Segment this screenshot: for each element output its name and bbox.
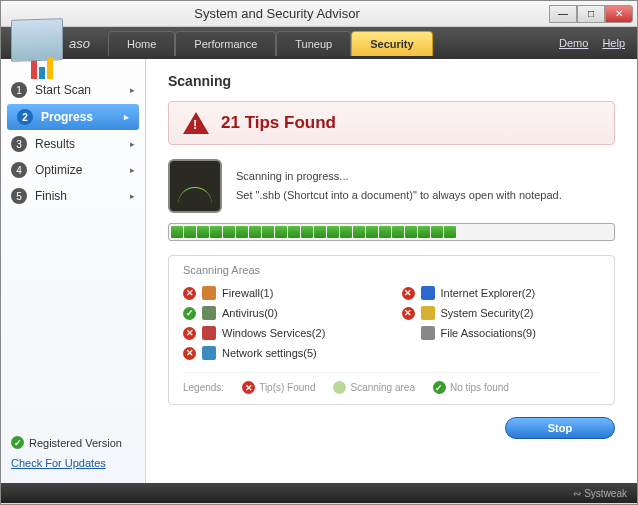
step-label: Start Scan	[35, 83, 91, 97]
step-results[interactable]: 3Results▸	[1, 131, 145, 157]
app-icon	[202, 326, 216, 340]
oscilloscope-icon	[168, 159, 222, 213]
chevron-right-icon: ▸	[124, 112, 129, 122]
scan-status: Scanning in progress...	[236, 167, 562, 186]
app-icon	[202, 346, 216, 360]
legends-row: Legends: ✕Tip(s) Found Scanning area ✓No…	[183, 372, 600, 394]
chevron-right-icon: ▸	[130, 165, 135, 175]
step-number-icon: 5	[11, 188, 27, 204]
tab-home[interactable]: Home	[108, 31, 175, 56]
area-label: Windows Services(2)	[222, 327, 325, 339]
window-title: System and Security Advisor	[5, 6, 549, 21]
tips-count: 21 Tips Found	[221, 113, 336, 133]
bad-icon: ✕	[183, 287, 196, 300]
sidebar: 1Start Scan▸2Progress▸3Results▸4Optimize…	[1, 59, 146, 483]
step-number-icon: 1	[11, 82, 27, 98]
bad-icon: ✕	[402, 307, 415, 320]
warning-icon	[183, 112, 209, 134]
legend-tips: ✕Tip(s) Found	[242, 381, 315, 394]
legend-scanning: Scanning area	[333, 381, 415, 394]
main-panel: Scanning 21 Tips Found Scanning in progr…	[146, 59, 637, 483]
step-label: Finish	[35, 189, 67, 203]
app-icon	[421, 326, 435, 340]
area-label: File Associations(9)	[441, 327, 536, 339]
header-bar: aso HomePerformanceTuneupSecurity Demo H…	[1, 27, 637, 59]
window-controls: — □ ✕	[549, 5, 633, 23]
app-icon	[421, 286, 435, 300]
step-label: Optimize	[35, 163, 82, 177]
app-window: System and Security Advisor — □ ✕ aso Ho…	[0, 0, 638, 505]
app-icon	[202, 306, 216, 320]
area-label: System Security(2)	[441, 307, 534, 319]
areas-grid: ✕Firewall(1)✕Internet Explorer(2)✓Antivi…	[183, 286, 600, 360]
check-icon: ✓	[11, 436, 24, 449]
tab-tuneup[interactable]: Tuneup	[276, 31, 351, 56]
area-item: ✕Firewall(1)	[183, 286, 382, 300]
vendor-label: ∾ Systweak	[573, 488, 627, 499]
sidebar-bottom: ✓ Registered Version Check For Updates	[11, 436, 122, 469]
tab-security[interactable]: Security	[351, 31, 432, 56]
good-icon: ✓	[183, 307, 196, 320]
titlebar: System and Security Advisor — □ ✕	[1, 1, 637, 27]
tab-performance[interactable]: Performance	[175, 31, 276, 56]
step-number-icon: 2	[17, 109, 33, 125]
maximize-button[interactable]: □	[577, 5, 605, 23]
scan-row: Scanning in progress... Set ".shb (Short…	[168, 159, 615, 213]
app-icon	[421, 306, 435, 320]
bad-icon: ✕	[402, 287, 415, 300]
scan-text: Scanning in progress... Set ".shb (Short…	[236, 167, 562, 204]
step-start-scan[interactable]: 1Start Scan▸	[1, 77, 145, 103]
legends-label: Legends:	[183, 382, 224, 393]
chevron-right-icon: ▸	[130, 139, 135, 149]
stop-button[interactable]: Stop	[505, 417, 615, 439]
step-progress[interactable]: 2Progress▸	[7, 104, 139, 130]
app-icon	[202, 286, 216, 300]
legend-none: ✓No tips found	[433, 381, 509, 394]
area-label: Firewall(1)	[222, 287, 273, 299]
page-heading: Scanning	[168, 73, 615, 89]
area-item: ✕Network settings(5)	[183, 346, 382, 360]
area-item: ✓Antivirus(0)	[183, 306, 382, 320]
close-button[interactable]: ✕	[605, 5, 633, 23]
minimize-button[interactable]: —	[549, 5, 577, 23]
area-item: File Associations(9)	[402, 326, 601, 340]
area-label: Antivirus(0)	[222, 307, 278, 319]
app-logo-icon	[11, 19, 73, 71]
registered-status: ✓ Registered Version	[11, 436, 122, 449]
header-links: Demo Help	[559, 37, 625, 49]
chevron-right-icon: ▸	[130, 191, 135, 201]
area-item: ✕Internet Explorer(2)	[402, 286, 601, 300]
step-optimize[interactable]: 4Optimize▸	[1, 157, 145, 183]
tips-found-banner: 21 Tips Found	[168, 101, 615, 145]
bad-icon: ✕	[242, 381, 255, 394]
step-number-icon: 4	[11, 162, 27, 178]
good-icon: ✓	[433, 381, 446, 394]
step-number-icon: 3	[11, 136, 27, 152]
help-link[interactable]: Help	[602, 37, 625, 49]
bad-icon: ✕	[183, 327, 196, 340]
areas-title: Scanning Areas	[183, 264, 600, 276]
chevron-right-icon: ▸	[130, 85, 135, 95]
step-finish[interactable]: 5Finish▸	[1, 183, 145, 209]
area-item: ✕Windows Services(2)	[183, 326, 382, 340]
scanning-areas-box: Scanning Areas ✕Firewall(1)✕Internet Exp…	[168, 255, 615, 405]
check-updates-link[interactable]: Check For Updates	[11, 457, 122, 469]
scan-detail: Set ".shb (Shortcut into a document)" to…	[236, 186, 562, 205]
footer: ∾ Systweak	[1, 483, 637, 503]
area-label: Internet Explorer(2)	[441, 287, 536, 299]
tab-strip: HomePerformanceTuneupSecurity	[108, 31, 433, 56]
step-label: Progress	[41, 110, 93, 124]
area-item: ✕System Security(2)	[402, 306, 601, 320]
body: 1Start Scan▸2Progress▸3Results▸4Optimize…	[1, 59, 637, 483]
scan-dot-icon	[333, 381, 346, 394]
demo-link[interactable]: Demo	[559, 37, 588, 49]
step-label: Results	[35, 137, 75, 151]
area-label: Network settings(5)	[222, 347, 317, 359]
progress-bar	[168, 223, 615, 241]
bad-icon: ✕	[183, 347, 196, 360]
